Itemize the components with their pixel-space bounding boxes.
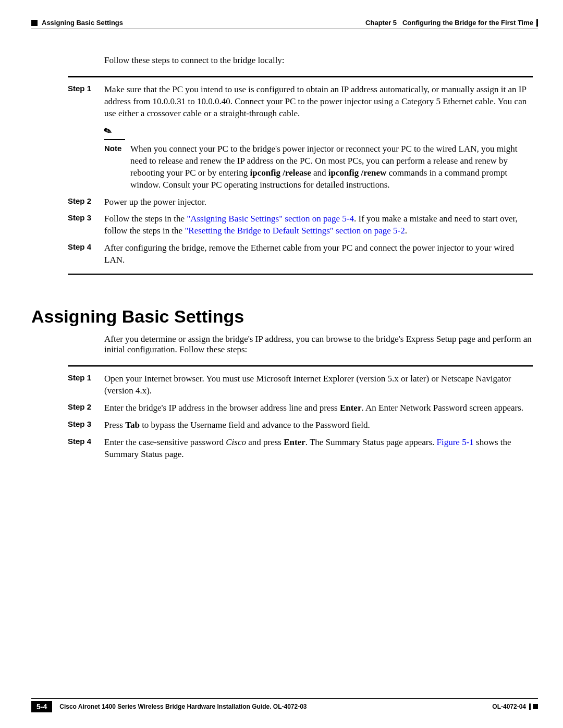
step-label: Step 3 <box>68 213 104 237</box>
footer-rule-icon <box>529 704 531 710</box>
step-row: Step 1 Make sure that the PC you intend … <box>104 84 533 191</box>
step-row: Step 4 Enter the case-sensitive password… <box>104 437 533 461</box>
note-box: ✎ Note When you connect your PC to the b… <box>104 125 533 191</box>
step-label: Step 2 <box>68 196 104 208</box>
page-header: Assigning Basic Settings Chapter 5 Confi… <box>31 19 538 27</box>
step-label: Step 2 <box>68 402 104 414</box>
step-label: Step 4 <box>68 437 104 461</box>
section-content: After you determine or assign the bridge… <box>104 334 533 461</box>
footer-divider <box>31 698 538 699</box>
step-row: Step 2 Enter the bridge's IP address in … <box>104 402 533 414</box>
step-text: After configuring the bridge, remove the… <box>104 242 533 266</box>
header-divider <box>31 29 538 29</box>
page: Assigning Basic Settings Chapter 5 Confi… <box>0 0 563 728</box>
doc-number: OL-4072-04 <box>492 703 526 710</box>
step-label: Step 4 <box>68 242 104 266</box>
step-body: Follow the steps in the "Assigning Basic… <box>104 213 533 237</box>
chapter-label: Chapter 5 <box>365 19 397 27</box>
step-text: Make sure that the PC you intend to use … <box>104 84 527 118</box>
footer-title: Cisco Aironet 1400 Series Wireless Bridg… <box>52 703 492 710</box>
note-label: Note <box>104 143 130 191</box>
footer-doc: OL-4072-04 <box>492 703 538 710</box>
note-underline <box>104 139 125 140</box>
step-body: Enter the case-sensitive password Cisco … <box>104 437 533 461</box>
main-content: Follow these steps to connect to the bri… <box>104 55 533 275</box>
header-section: Assigning Basic Settings <box>31 19 123 27</box>
section-heading: Assigning Basic Settings <box>31 306 538 327</box>
step-row: Step 4 After configuring the bridge, rem… <box>104 242 533 266</box>
step-label: Step 3 <box>68 419 104 431</box>
section-divider <box>68 76 533 78</box>
xref-link[interactable]: "Assigning Basic Settings" section on pa… <box>187 214 354 224</box>
section-divider <box>68 274 533 275</box>
page-number: 5-4 <box>31 701 52 712</box>
step-body: Press Tab to bypass the Username field a… <box>104 419 533 431</box>
step-body: Enter the bridge's IP address in the bro… <box>104 402 533 414</box>
header-chapter: Chapter 5 Configuring the Bridge for the… <box>365 19 538 27</box>
step-label: Step 1 <box>68 84 104 191</box>
xref-link[interactable]: Figure 5-1 <box>437 437 474 447</box>
step-text: Open your Internet browser. You must use… <box>104 373 533 397</box>
section-divider <box>68 365 533 367</box>
step-text: Power up the power injector. <box>104 196 533 208</box>
square-icon <box>31 20 38 26</box>
page-footer: 5-4 Cisco Aironet 1400 Series Wireless B… <box>31 698 538 712</box>
step-label: Step 1 <box>68 373 104 397</box>
xref-link[interactable]: "Resetting the Bridge to Default Setting… <box>185 226 405 236</box>
intro-paragraph: Follow these steps to connect to the bri… <box>104 55 533 66</box>
note-text: When you connect your PC to the bridge's… <box>130 143 533 191</box>
header-section-text: Assigning Basic Settings <box>42 19 123 27</box>
intro-paragraph: After you determine or assign the bridge… <box>104 334 533 355</box>
step-row: Step 1 Open your Internet browser. You m… <box>104 373 533 397</box>
chapter-title: Configuring the Bridge for the First Tim… <box>402 19 533 27</box>
square-icon <box>533 704 538 709</box>
step-row: Step 3 Follow the steps in the "Assignin… <box>104 213 533 237</box>
header-rule-icon <box>536 19 538 27</box>
pencil-icon: ✎ <box>102 124 114 139</box>
step-body: Make sure that the PC you intend to use … <box>104 84 533 191</box>
step-row: Step 3 Press Tab to bypass the Username … <box>104 419 533 431</box>
step-row: Step 2 Power up the power injector. <box>104 196 533 208</box>
